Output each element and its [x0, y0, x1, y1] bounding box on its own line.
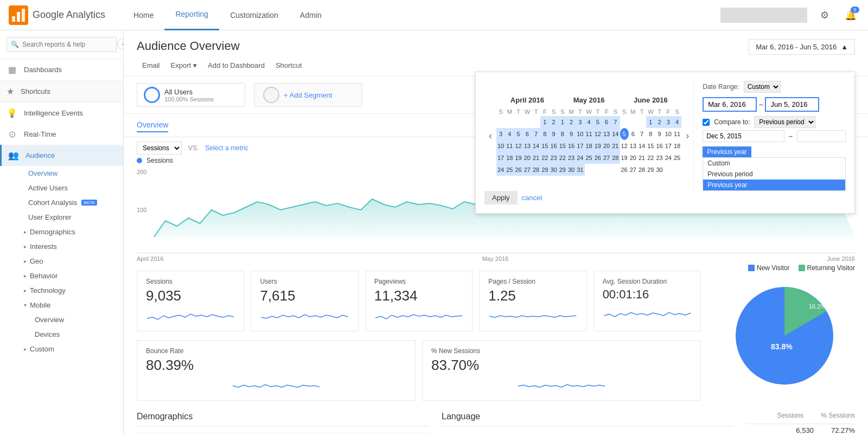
calendar-next-btn[interactable]: ›	[681, 130, 693, 142]
sidebar-item-intelligence[interactable]: 💡 Intelligence Events	[0, 103, 123, 124]
settings-icon[interactable]: ⚙	[816, 7, 833, 24]
cal-day[interactable]: 29	[646, 164, 655, 176]
cal-day[interactable]: 14	[637, 140, 646, 152]
cal-day[interactable]: 10	[664, 128, 673, 140]
cal-day[interactable]: 21	[611, 140, 620, 152]
cal-day[interactable]: 6	[629, 128, 637, 140]
cal-day[interactable]: 23	[550, 152, 558, 164]
sidebar-sub-custom[interactable]: Custom	[0, 342, 123, 356]
cal-day[interactable]: 20	[629, 152, 637, 164]
cal-day[interactable]: 31	[576, 164, 584, 176]
cal-day[interactable]: 7	[532, 128, 540, 140]
cancel-link[interactable]: cancel	[522, 194, 542, 202]
cal-day[interactable]: 17	[664, 140, 673, 152]
cal-day[interactable]: 17	[496, 152, 505, 164]
cal-day[interactable]: 18	[673, 140, 681, 152]
sidebar-sub-mobile[interactable]: Mobile	[0, 298, 123, 312]
sidebar-sub-mobile-devices[interactable]: Devices	[0, 327, 123, 342]
cal-day[interactable]: 11	[505, 140, 514, 152]
sidebar-sub-user-explorer[interactable]: User Explorer	[0, 210, 123, 225]
start-date-input[interactable]	[703, 97, 757, 112]
compare-start-date-input[interactable]	[703, 130, 784, 142]
nav-admin[interactable]: Admin	[289, 0, 333, 30]
cal-day[interactable]: 5	[593, 116, 602, 128]
cal-day[interactable]: 19	[593, 140, 602, 152]
metric-dropdown[interactable]: Sessions	[137, 142, 182, 155]
cal-day[interactable]: 3	[576, 116, 584, 128]
cal-day[interactable]: 29	[558, 164, 567, 176]
search-input[interactable]	[7, 37, 117, 52]
sidebar-sub-mobile-overview[interactable]: Overview	[0, 312, 123, 327]
cal-day[interactable]: 17	[576, 140, 584, 152]
nav-reporting[interactable]: Reporting	[164, 0, 219, 30]
cal-day[interactable]: 13	[602, 128, 611, 140]
overview-tab[interactable]: Overview	[137, 118, 168, 132]
cal-day[interactable]: 8	[558, 128, 567, 140]
cal-day[interactable]: 6	[602, 116, 611, 128]
add-to-dashboard-button[interactable]: Add to Dashboard	[202, 59, 270, 72]
cal-day[interactable]: 25	[673, 152, 681, 164]
compare-type-select[interactable]: Previous period Custom Previous year	[754, 116, 816, 128]
cal-day[interactable]: 9	[567, 128, 576, 140]
cal-day[interactable]: 22	[558, 152, 567, 164]
sidebar-item-shortcuts[interactable]: ★ Shortcuts	[7, 86, 117, 97]
account-selector[interactable]	[720, 8, 807, 23]
export-dropdown[interactable]: Export ▾	[165, 59, 203, 72]
sidebar-sub-active-users[interactable]: Active Users	[0, 181, 123, 195]
cal-day[interactable]: 21	[532, 152, 540, 164]
cal-day[interactable]: 16	[567, 140, 576, 152]
cal-day[interactable]: 9	[655, 128, 664, 140]
date-range-type-select[interactable]: Custom	[744, 81, 781, 93]
cal-day[interactable]: 2	[655, 116, 664, 128]
select-metric-link[interactable]: Select a metric	[205, 144, 248, 152]
shortcut-button[interactable]: Shortcut	[270, 59, 307, 72]
cal-day[interactable]: 6	[523, 128, 532, 140]
sidebar-sub-overview[interactable]: Overview	[0, 166, 123, 181]
nav-customization[interactable]: Customization	[219, 0, 289, 30]
cal-day[interactable]: 8	[646, 128, 655, 140]
cal-day[interactable]: 4	[585, 116, 593, 128]
cal-day[interactable]: 23	[655, 152, 664, 164]
cal-day[interactable]: 30	[567, 164, 576, 176]
nav-home[interactable]: Home	[123, 0, 164, 30]
cal-day[interactable]: 3	[496, 128, 505, 140]
cal-day[interactable]: 12	[620, 140, 629, 152]
cal-day[interactable]: 15	[558, 140, 567, 152]
calendar-prev-btn[interactable]: ‹	[484, 130, 496, 142]
cal-day[interactable]: 13	[523, 140, 532, 152]
cal-day[interactable]: 8	[540, 128, 549, 140]
cal-day[interactable]: 13	[629, 140, 637, 152]
sidebar-item-audience[interactable]: 👥 Audience	[0, 145, 123, 166]
cal-day[interactable]: 11	[585, 128, 593, 140]
cal-day[interactable]: 7	[637, 128, 646, 140]
cal-day[interactable]: 1	[558, 116, 567, 128]
sidebar-item-dashboards[interactable]: ▦ Dashboards	[0, 59, 123, 80]
cal-day[interactable]: 26	[593, 152, 602, 164]
cal-day[interactable]: 24	[496, 164, 505, 176]
cal-day[interactable]: 12	[514, 140, 523, 152]
segment-all-users[interactable]: All Users 100.00% Sessions	[137, 83, 245, 107]
cal-day[interactable]: 16	[655, 140, 664, 152]
cal-day[interactable]: 10	[496, 140, 505, 152]
cal-day[interactable]: 23	[567, 152, 576, 164]
cal-day[interactable]: 18	[585, 140, 593, 152]
cal-day[interactable]: 15	[646, 140, 655, 152]
cal-day[interactable]: 28	[637, 164, 646, 176]
cal-day[interactable]: 24	[576, 152, 584, 164]
end-date-input[interactable]	[765, 97, 819, 112]
cal-day[interactable]: 2	[567, 116, 576, 128]
sidebar-sub-geo[interactable]: Geo	[0, 254, 123, 268]
add-segment-button[interactable]: + Add Segment	[254, 83, 362, 107]
period-option-previous-period[interactable]: Previous period	[703, 169, 845, 180]
cal-day[interactable]: 19	[620, 152, 629, 164]
cal-day[interactable]: 1	[540, 116, 549, 128]
cal-day[interactable]: 18	[505, 152, 514, 164]
cal-day[interactable]: 4	[673, 116, 681, 128]
cal-day[interactable]: 4	[505, 128, 514, 140]
cal-day[interactable]: 12	[593, 128, 602, 140]
sidebar-sub-interests[interactable]: Interests	[0, 239, 123, 254]
cal-day[interactable]: 27	[602, 152, 611, 164]
cal-day[interactable]: 22	[540, 152, 549, 164]
cal-day[interactable]: 7	[611, 116, 620, 128]
period-option-previous-year[interactable]: Previous year	[703, 180, 845, 190]
